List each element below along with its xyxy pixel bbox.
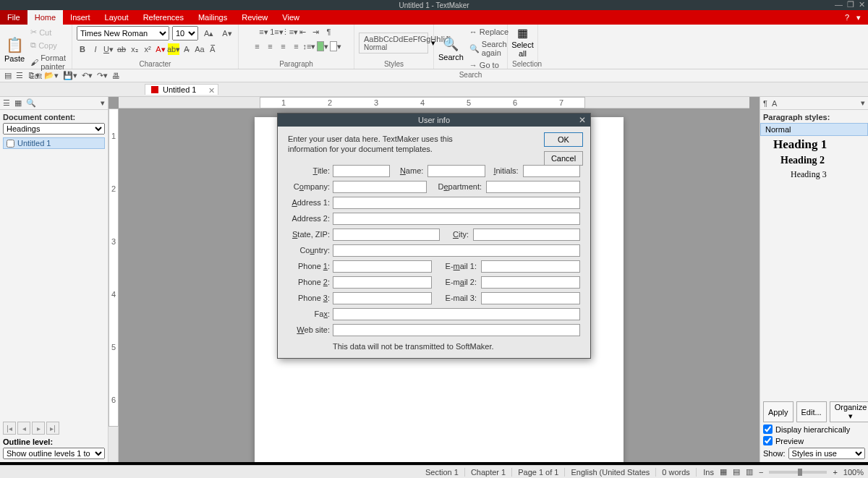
dialog-titlebar[interactable]: User info ✕ <box>278 114 590 127</box>
style-item-normal[interactable]: Normal <box>760 123 868 136</box>
subscript-button[interactable]: x₂ <box>129 43 140 55</box>
qat-save-icon[interactable]: 💾▾ <box>63 71 77 80</box>
para-styles-tab-icon[interactable]: ¶ <box>763 99 767 108</box>
borders-button[interactable]: ▾ <box>330 40 341 52</box>
shrink-font-button[interactable]: A▾ <box>219 27 234 40</box>
font-size-select[interactable]: 10 <box>172 26 198 40</box>
vertical-ruler[interactable]: 123456 <box>109 108 119 462</box>
zoom-slider[interactable] <box>769 471 827 474</box>
tab-insert[interactable]: Insert <box>63 10 98 25</box>
company-field[interactable] <box>333 181 427 193</box>
website-field[interactable] <box>333 324 580 336</box>
inc-indent-button[interactable]: ⇥ <box>310 26 322 38</box>
email2-field[interactable] <box>481 276 580 289</box>
phone1-field[interactable] <box>333 260 432 273</box>
collapse-ribbon-icon[interactable]: ▾ <box>856 13 861 22</box>
font-family-select[interactable]: Times New Roman <box>77 26 169 40</box>
close-window-icon[interactable]: ✕ <box>859 0 865 9</box>
replace-button[interactable]: ↔ Replace <box>467 26 511 38</box>
organize-styles-button[interactable]: Organize ▾ <box>830 401 868 422</box>
qat-open-folder-icon[interactable]: 📂▾ <box>44 71 59 80</box>
style-item-heading1[interactable]: Heading 1 <box>760 136 868 153</box>
initials-field[interactable] <box>523 165 580 177</box>
font-color-button[interactable]: A▾ <box>155 43 166 55</box>
qat-open-icon[interactable]: ☰ <box>16 71 23 80</box>
statezip-field[interactable] <box>333 229 440 241</box>
shading-button[interactable]: ▾ <box>317 40 328 52</box>
outline-prev-button[interactable]: ◂ <box>17 422 30 435</box>
outline-last-button[interactable]: ▸| <box>46 422 59 435</box>
bold-button[interactable]: B <box>77 43 88 55</box>
char-spacing-button[interactable]: A̅ <box>207 43 218 55</box>
address1-field[interactable] <box>333 197 580 209</box>
status-page[interactable]: Page 1 of 1 <box>512 468 565 477</box>
line-spacing-button[interactable]: ↕≡▾ <box>304 40 315 52</box>
edit-style-button[interactable]: Edit... <box>796 401 827 422</box>
sidebar-tab-search-icon[interactable]: 🔍 <box>26 98 36 108</box>
sidebar-tab-outline-icon[interactable]: ☰ <box>3 98 10 108</box>
document-tab[interactable]: Untitled 1 ✕ <box>145 84 218 95</box>
copy-button[interactable]: ⧉ Copy <box>27 39 69 51</box>
tab-layout[interactable]: Layout <box>98 10 136 25</box>
zoom-out-button[interactable]: − <box>759 468 763 477</box>
search-icon[interactable]: 🔍 <box>443 36 459 52</box>
minimize-icon[interactable]: — <box>835 0 843 9</box>
display-hierarchically-checkbox[interactable] <box>763 424 773 434</box>
outline-first-button[interactable]: |◂ <box>3 422 16 435</box>
style-item-heading3[interactable]: Heading 3 <box>760 168 868 182</box>
tab-references[interactable]: References <box>136 10 191 25</box>
sidebar-tab-thumbs-icon[interactable]: ▦ <box>14 98 22 108</box>
tab-home[interactable]: Home <box>27 10 63 25</box>
view-mode-normal-icon[interactable]: ▦ <box>720 467 727 477</box>
grow-font-button[interactable]: A▴ <box>201 27 216 40</box>
address2-field[interactable] <box>333 213 580 225</box>
status-section[interactable]: Section 1 <box>420 468 465 477</box>
show-styles-select[interactable]: Styles in use <box>788 448 865 459</box>
style-item-heading2[interactable]: Heading 2 <box>760 153 868 168</box>
dialog-close-icon[interactable]: ✕ <box>579 115 586 125</box>
preview-checkbox[interactable] <box>763 436 773 445</box>
right-sidebar-menu-icon[interactable]: ▾ <box>861 98 865 108</box>
clear-format-button[interactable]: A̶ <box>181 43 192 55</box>
qat-new-doc-icon[interactable]: 🗋▾ <box>27 71 40 80</box>
outline-item[interactable]: Untitled 1 <box>3 137 105 149</box>
strike-button[interactable]: ab <box>116 43 127 55</box>
phone3-field[interactable] <box>333 292 432 304</box>
qat-print-icon[interactable]: 🖶 <box>112 72 120 80</box>
outline-next-button[interactable]: ▸ <box>32 422 45 435</box>
qat-new-icon[interactable]: ▤ <box>4 71 12 80</box>
status-language[interactable]: English (United States <box>565 468 656 477</box>
apply-style-button[interactable]: Apply <box>763 401 793 422</box>
email3-field[interactable] <box>481 292 580 304</box>
view-mode-outline-icon[interactable]: ▥ <box>746 467 753 477</box>
help-icon[interactable]: ? <box>845 13 849 22</box>
name-field[interactable] <box>427 165 485 177</box>
ok-button[interactable]: OK <box>544 132 583 147</box>
qat-undo-icon[interactable]: ↶▾ <box>82 71 93 80</box>
horizontal-ruler[interactable]: 1234567 <box>119 97 749 108</box>
superscript-button[interactable]: x² <box>142 43 153 55</box>
qat-redo-icon[interactable]: ↷▾ <box>97 71 108 80</box>
status-chapter[interactable]: Chapter 1 <box>465 468 512 477</box>
align-center-button[interactable]: ≡ <box>265 40 276 52</box>
highlight-button[interactable]: ab▾ <box>168 43 179 55</box>
zoom-in-button[interactable]: + <box>833 468 837 477</box>
tab-review[interactable]: Review <box>234 10 275 25</box>
char-styles-tab-icon[interactable]: A <box>772 99 777 108</box>
phone2-field[interactable] <box>333 276 432 289</box>
content-filter-select[interactable]: Headings <box>3 123 105 135</box>
status-ins[interactable]: Ins <box>703 468 714 477</box>
format-painter-button[interactable]: 🖌 Format painter <box>27 52 69 72</box>
sidebar-menu-icon[interactable]: ▾ <box>101 98 105 108</box>
title-field[interactable] <box>333 165 390 177</box>
tab-view[interactable]: View <box>275 10 307 25</box>
city-field[interactable] <box>473 229 580 241</box>
underline-button[interactable]: U▾ <box>103 43 114 55</box>
zoom-level[interactable]: 100% <box>843 468 864 477</box>
paste-icon[interactable]: 📋 <box>6 36 24 54</box>
justify-button[interactable]: ≡ <box>291 40 302 52</box>
goto-button[interactable]: → Go to <box>467 59 511 71</box>
style-gallery-normal[interactable]: AaBbCcDdEeFfGgHhIiJj Normal <box>359 33 428 54</box>
italic-button[interactable]: I <box>90 43 101 55</box>
search-again-button[interactable]: 🔍 Search again <box>467 38 511 59</box>
